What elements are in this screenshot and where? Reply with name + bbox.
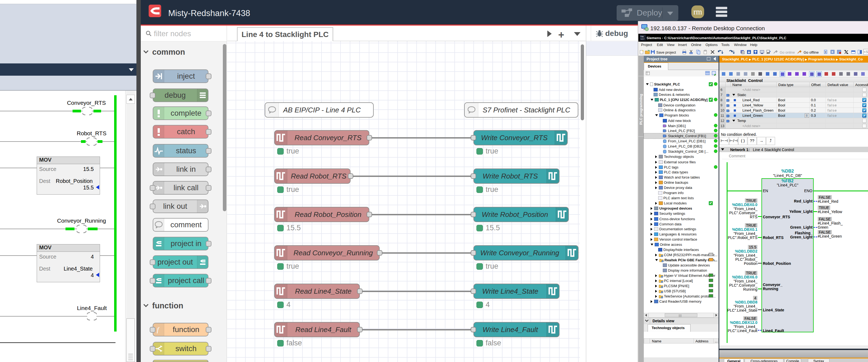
svg-text:?: ? bbox=[825, 51, 827, 54]
svg-text:RT: RT bbox=[767, 52, 770, 54]
svg-text:f: f bbox=[157, 326, 160, 334]
svg-text:01: 01 bbox=[742, 52, 744, 54]
svg-text:V17: V17 bbox=[641, 38, 645, 40]
svg-text:TIA: TIA bbox=[640, 35, 644, 38]
